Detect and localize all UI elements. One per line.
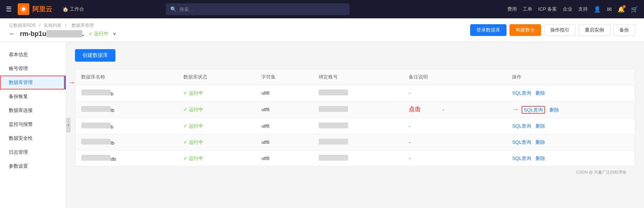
db-status-1: ✓ 运行中 (178, 85, 256, 101)
database-table: 数据库名称 数据库状态 字符集 绑定账号 备注说明 操作 b ✓ 运行中 (75, 69, 635, 167)
delete-link-4[interactable]: 删除 (536, 139, 545, 145)
nav-ticket[interactable]: 工单 (523, 6, 532, 12)
db-name-blurred-5 (81, 155, 111, 161)
running-status-5: ✓ 运行中 (183, 155, 250, 162)
red-arrow-to-sql: → (512, 106, 519, 113)
dropdown-arrow[interactable]: ∨ (113, 31, 116, 36)
check-icon: ✓ (89, 31, 93, 37)
back-arrow[interactable]: ← (9, 30, 15, 38)
breadcrumb-instance-list[interactable]: 实例列表 (44, 23, 61, 28)
sidebar-item-basic-info[interactable]: 基本信息 (0, 48, 66, 62)
sidebar-label-log-mgmt: 日志管理 (9, 149, 28, 156)
sql-query-link-3[interactable]: SQL查询 (512, 123, 531, 129)
db-remark-1: - (403, 85, 506, 101)
check-icon-1: ✓ (183, 90, 187, 96)
watermark: CSDN @ 兴趣广泛的程序猿 (75, 167, 635, 178)
instance-blurred (46, 30, 82, 37)
account-blurred-1 (319, 90, 348, 95)
db-remark-4: - (403, 134, 506, 150)
db-name-blurred-2 (81, 106, 111, 112)
check-icon-2: ✓ (183, 107, 187, 112)
col-header-charset: 字符集 (255, 69, 313, 85)
db-account-4 (313, 134, 403, 150)
sidebar-item-security[interactable]: 数据安全性 (0, 131, 66, 145)
sidebar: 基本信息 账号管理 数据库管理 → 备份恢复 数据库连接 监控与报警 数据安全性… (0, 42, 66, 208)
search-bar[interactable]: 🔍 (166, 3, 350, 15)
check-icon-5: ✓ (183, 156, 187, 161)
nav-enterprise[interactable]: 企业 (563, 6, 572, 12)
sql-query-link-5[interactable]: SQL查询 (512, 156, 531, 161)
cart-icon[interactable]: 🛒 (631, 6, 638, 13)
instance-prefix: rm-bp1u (20, 30, 46, 37)
account-blurred-5 (319, 155, 348, 161)
user-icon[interactable]: 👤 (594, 6, 601, 13)
db-account-1 (313, 85, 403, 101)
sql-query-link-1[interactable]: SQL查询 (512, 90, 531, 96)
account-blurred-4 (319, 139, 348, 145)
sidebar-item-db-connection[interactable]: 数据库连接 (0, 103, 66, 117)
workbench-nav[interactable]: 🏠 工作台 (62, 6, 84, 12)
sidebar-item-db-mgmt[interactable]: 数据库管理 → (0, 76, 66, 90)
instance-name: rm-bp1u . (20, 30, 84, 38)
delete-link-1[interactable]: 删除 (536, 90, 545, 96)
db-remark-2: 点击- (403, 101, 506, 118)
operation-guide-button[interactable]: 操作指引 (544, 24, 576, 36)
delete-link-2[interactable]: 删除 (550, 107, 559, 113)
sidebar-item-backup-restore[interactable]: 备份恢复 (0, 90, 66, 103)
table-row: b ✓ 运行中 utf8 - SQL查询 删除 (75, 85, 635, 101)
sql-query-link-4[interactable]: SQL查询 (512, 139, 531, 145)
db-account-5 (313, 150, 403, 167)
bell-icon[interactable]: 🔔 (618, 6, 625, 13)
search-icon: 🔍 (170, 6, 176, 12)
db-name-1: b (75, 85, 178, 101)
sidebar-label-account-mgmt: 账号管理 (9, 65, 28, 72)
delete-link-5[interactable]: 删除 (536, 156, 545, 161)
breadcrumb-db-mgmt: 数据库管理 (72, 23, 94, 28)
nav-support[interactable]: 支持 (578, 6, 588, 12)
table-row: lb ✓ 运行中 utf8 - SQL查询 删除 (75, 134, 635, 150)
running-status-3: ✓ 运行中 (183, 123, 250, 129)
search-input[interactable] (179, 7, 345, 12)
home-icon: 🏠 (62, 7, 68, 12)
db-account-2 (313, 101, 403, 118)
build-warehouse-button[interactable]: 构建数仓 (509, 24, 541, 36)
nav-right: 费用 工单 ICP 备案 企业 支持 👤 ✉ 🔔 🛒 (507, 6, 638, 13)
nav-icp[interactable]: ICP 备案 (538, 6, 557, 12)
hamburger-icon[interactable]: ☰ (6, 5, 12, 13)
db-actions-4: SQL查询 删除 (506, 134, 635, 150)
sidebar-item-params[interactable]: 参数设置 (0, 159, 66, 173)
mail-icon[interactable]: ✉ (607, 6, 612, 13)
backup-button[interactable]: 备份 (613, 24, 635, 36)
sql-query-link-2-highlighted[interactable]: SQL查询 (522, 106, 545, 114)
db-charset-1: utf8 (255, 85, 313, 101)
sidebar-item-account-mgmt[interactable]: 账号管理 (0, 62, 66, 76)
running-status-1: ✓ 运行中 (183, 90, 250, 96)
nav-fee[interactable]: 费用 (507, 6, 517, 12)
col-header-status: 数据库状态 (178, 69, 256, 85)
db-name-5: db (75, 150, 178, 167)
login-db-button[interactable]: 登录数据库 (470, 24, 507, 36)
header-breadcrumb-area: 云数据库RDS / 实例列表 / 数据库管理 ← rm-bp1u . ✓ 运行中… (9, 22, 116, 38)
logo-area: 阿里云 (18, 3, 52, 15)
instance-suffix: . (82, 30, 84, 37)
running-status-2: ✓ 运行中 (183, 106, 250, 113)
sidebar-label-params: 参数设置 (9, 163, 28, 169)
sidebar-item-log-mgmt[interactable]: 日志管理 (0, 145, 66, 159)
notification-badge (623, 5, 626, 8)
table-row: lb ✓ 运行中 utf8 点击- → SQL查 (75, 101, 635, 118)
create-database-button[interactable]: 创建数据库 (75, 49, 115, 62)
db-charset-3: utf8 (255, 118, 313, 134)
status-label: 运行中 (94, 30, 108, 37)
logo-icon (18, 3, 29, 15)
breadcrumb-rds[interactable]: 云数据库RDS (9, 23, 36, 28)
sidebar-collapse-handle[interactable]: ‹ (66, 118, 71, 132)
delete-link-3[interactable]: 删除 (536, 123, 545, 129)
account-blurred-2 (319, 106, 348, 112)
db-actions-1: SQL查询 删除 (506, 85, 635, 101)
restart-instance-button[interactable]: 重启实例 (579, 24, 610, 36)
db-status-5: ✓ 运行中 (178, 150, 256, 167)
db-status-4: ✓ 运行中 (178, 134, 256, 150)
check-icon-4: ✓ (183, 139, 187, 145)
sidebar-item-monitor[interactable]: 监控与报警 (0, 117, 66, 131)
account-blurred-3 (319, 123, 348, 128)
